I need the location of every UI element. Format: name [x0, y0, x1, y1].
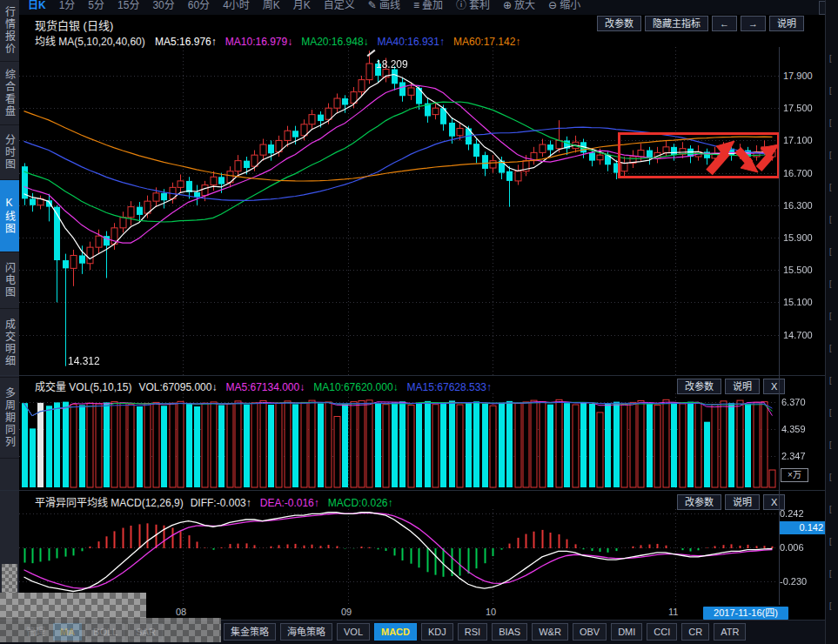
price-tick: 15.500 [783, 265, 813, 275]
sidebar-item-分时图[interactable]: 分时图 [0, 125, 19, 180]
price-tick: 16.700 [783, 168, 813, 178]
zoom-out-icon: ⊖ [548, 0, 557, 11]
tab-W&R[interactable]: W&R [532, 623, 568, 641]
toolbar-item-30分[interactable]: 30分 [152, 0, 174, 15]
macd-tick: 0.242 [780, 508, 804, 519]
toolbar-item-自定义[interactable]: 自定义 [324, 0, 355, 15]
toolbar-item-缩小[interactable]: ⊖缩小 [548, 0, 580, 15]
sidebar-item-成交明细[interactable]: 成交明细 [0, 309, 19, 378]
price-tick: 16.300 [783, 200, 813, 211]
price-tick: 17.900 [783, 70, 813, 81]
legend-item: MA10:67620.000↓ [313, 381, 398, 393]
toolbar-item-60分[interactable]: 60分 [188, 0, 210, 15]
toolbar-item-15分[interactable]: 15分 [117, 0, 139, 15]
clipped-panel-glyph: [ [829, 151, 832, 159]
tab-CR[interactable]: CR [681, 623, 709, 641]
macd-chart[interactable] [19, 509, 777, 605]
legend-item: MA5:67134.000↓ [225, 381, 305, 393]
volume-panel-buttons: 改参数说明X [677, 379, 785, 394]
legend-item: VOL:67095.000↓ [138, 381, 217, 393]
clipped-panel-glyph: [ [829, 312, 832, 320]
toolbar-item-周K[interactable]: 周K [263, 0, 280, 15]
macd-title: 平滑异同平均线 MACD(12,26,9) [35, 497, 184, 509]
panel-button-X[interactable]: X [763, 379, 785, 394]
low-annotation: 14.312 [68, 355, 100, 367]
tab-CCI[interactable]: CCI [647, 623, 677, 641]
high-annotation: 18.209 [376, 58, 408, 70]
clipped-panel-glyph: [ [829, 537, 832, 546]
trading-app: 日K1分5分15分30分60分4小时周K月K自定义✎画线≡叠加ⓘ套利⊕放大⊖缩小… [0, 0, 838, 644]
tab-海龟策略[interactable]: 海龟策略 [280, 623, 332, 641]
zigzag-arrows-drawing [620, 135, 782, 176]
volume-tick: 6.370 [781, 397, 806, 407]
tab-ATR[interactable]: ATR [714, 623, 746, 641]
tab-KDJ[interactable]: KDJ [421, 623, 453, 641]
toolbar-item-月K[interactable]: 月K [293, 0, 311, 15]
panel-divider [0, 490, 838, 491]
legend-item: MA5:16.976↑ [155, 36, 217, 48]
tab-MACD[interactable]: MACD [374, 623, 417, 641]
panel-button-说明[interactable]: 说明 [725, 494, 760, 510]
time-label-08: 08 [176, 607, 186, 617]
overlay-icon: ≡ [413, 0, 419, 11]
header-button-→[interactable]: → [741, 16, 766, 31]
legend-item: MACD:0.026↑ [328, 497, 393, 509]
time-label-09: 09 [341, 607, 352, 617]
clipped-panel-glyph: [ [829, 183, 832, 191]
clipped-panel-glyph: [ [829, 118, 832, 127]
toolbar-item-1分[interactable]: 1分 [59, 0, 76, 15]
sidebar-nav: 行情报价综合看盘分时图K线图闪电图成交明细多周期同列 [0, 0, 19, 621]
toolbar-item-画线[interactable]: ✎画线 [368, 0, 400, 15]
main-chart-buttons: 改参数隐藏主指标←→说明 [597, 16, 804, 31]
tab-RSI[interactable]: RSI [458, 623, 487, 641]
volume-title: 成交量 VOL(5,10,15) [35, 381, 131, 393]
page-title: 现货白银 (日线) [35, 17, 113, 33]
panel-button-说明[interactable]: 说明 [725, 379, 760, 394]
price-tick: 14.700 [783, 330, 813, 340]
clipped-panel-glyph: [ [829, 440, 832, 449]
macd-panel-buttons: 改参数说明X [677, 494, 785, 510]
toolbar-item-4小时[interactable]: 4小时 [223, 0, 250, 15]
toolbar-item-放大[interactable]: ⊕放大 [503, 0, 535, 15]
cursor-date-badge: 2017-11-16(四) [703, 607, 788, 620]
clipped-panel-glyph: [ [829, 344, 832, 352]
header-button-隐藏主指标[interactable]: 隐藏主指标 [645, 16, 708, 31]
toolbar-item-叠加[interactable]: ≡叠加 [413, 0, 443, 15]
period-toolbar: 日K1分5分15分30分60分4小时周K月K自定义✎画线≡叠加ⓘ套利⊕放大⊖缩小 [19, 0, 825, 15]
macd-tick: 0.006 [780, 542, 804, 553]
tab-OBV[interactable]: OBV [573, 623, 607, 641]
drawn-annotation-box[interactable] [618, 132, 780, 178]
price-tick: 15.900 [783, 232, 813, 243]
header-button-←[interactable]: ← [712, 16, 737, 31]
macd-tick: -0.230 [780, 576, 807, 587]
sidebar-item-行情报价[interactable]: 行情报价 [0, 0, 19, 62]
sidebar-item-综合看盘[interactable]: 综合看盘 [0, 62, 19, 125]
volume-chart[interactable] [19, 393, 777, 489]
candlestick-chart[interactable] [19, 47, 781, 375]
header-button-说明[interactable]: 说明 [769, 16, 804, 31]
tab-VOL[interactable]: VOL [337, 623, 370, 641]
volume-unit-badge: ×万 [781, 468, 808, 482]
axis-divider [779, 47, 780, 605]
toolbar-item-套利[interactable]: ⓘ套利 [456, 0, 490, 15]
header-button-改参数[interactable]: 改参数 [597, 16, 641, 31]
sidebar-item-K线图[interactable]: K线图 [0, 180, 19, 252]
tab-DMI[interactable]: DMI [611, 623, 642, 641]
zoom-in-icon: ⊕ [503, 0, 512, 11]
legend-item: MA10:16.979↓ [225, 36, 292, 48]
panel-button-改参数[interactable]: 改参数 [677, 494, 721, 510]
legend-item: DIFF:-0.003↑ [191, 497, 251, 509]
toolbar-item-日K[interactable]: 日K [28, 0, 46, 15]
panel-divider [0, 375, 838, 376]
sidebar-item-闪电图[interactable]: 闪电图 [0, 252, 19, 309]
indicator-tabs: 集金策略海龟策略VOLMACDKDJRSIBIASW&ROBVDMICCICRA… [224, 623, 746, 641]
volume-header: 成交量 VOL(5,10,15)VOL:67095.000↓MA5:67134.… [35, 379, 500, 394]
ma-legend: 均线 MA(5,10,20,40,60) MA5:16.976↑MA10:16.… [35, 33, 529, 48]
sidebar-item-多周期同列[interactable]: 多周期同列 [0, 378, 19, 459]
panel-button-改参数[interactable]: 改参数 [677, 379, 721, 394]
tab-集金策略[interactable]: 集金策略 [224, 623, 276, 641]
time-label-11: 11 [668, 607, 678, 617]
toolbar-item-5分[interactable]: 5分 [88, 0, 104, 15]
tab-BIAS[interactable]: BIAS [492, 623, 527, 641]
censored-watermark-bottom [0, 593, 146, 618]
